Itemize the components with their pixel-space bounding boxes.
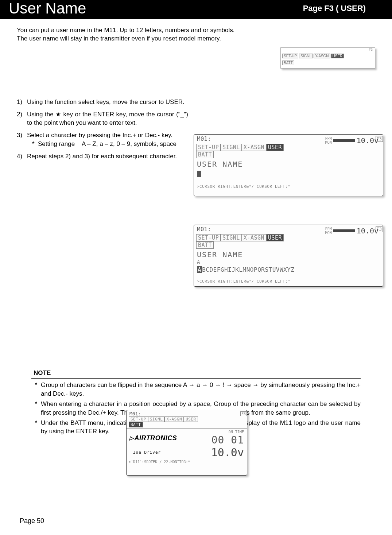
tab-batt-2: BATT (196, 241, 214, 249)
voltage-reading-1: 10.0v (357, 136, 381, 145)
tab-signl-3: SIGNL (148, 416, 165, 422)
page-title: User Name (9, 1, 86, 16)
tab-signl: SIGNL (221, 144, 242, 151)
user-name-value: Joe Driver (129, 450, 161, 455)
screenshot-1: M01: F3 PPMMON 10.0v SET-UP SIGNL X-ASGN… (194, 134, 383, 196)
corner-tab-batt: BATT (282, 61, 294, 65)
alphabet-row: BCDEFGHIJKLMNOPQRSTUVWXYZ (202, 266, 294, 273)
note-divider (31, 378, 361, 379)
tab-signl-2: SIGNL (221, 234, 242, 241)
airtronics-logo: ▷ AIRTRONICS (129, 434, 177, 442)
screenshot-2: M01: F3 PPMMON 10.0v SET-UP SIGNL X-ASGN… (194, 225, 383, 287)
user-name-label-1: USER NAME (197, 160, 380, 168)
tab-user-3: USER (184, 416, 198, 422)
step-3-num: 3) (17, 131, 27, 148)
mo1-label-3: M01: (129, 411, 141, 416)
voltage-reading-3: 10.0v (211, 446, 244, 459)
step-2-num: 2) (17, 110, 27, 128)
step-3-sub-label: Setting range (38, 140, 82, 148)
step-1-body: Using the function select keys, move the… (27, 98, 188, 106)
step-3-sub-star: * (32, 140, 38, 148)
steps-list: 1) Using the function select keys, move … (17, 98, 188, 161)
corner-tab-signl: SIGNL (299, 54, 313, 58)
page-label: Page F3 ( USER) (303, 4, 388, 13)
tab-xasgn-3: X-ASGN (164, 416, 184, 422)
timer-label: ON TIME (211, 430, 244, 434)
bullet-star: * (31, 381, 41, 398)
corner-tab-user: USER (331, 54, 344, 58)
timer-digits: 00 01 (211, 434, 244, 446)
voltage-reading-2: 10.0v (357, 226, 381, 235)
tab-setup-2: SET-UP (196, 234, 221, 241)
page-number: Page 50 (20, 517, 44, 525)
note-1: Group of characters can be flipped in th… (41, 381, 361, 398)
intro-line-1: You can put a user name in the M11. Up t… (17, 26, 279, 35)
step-4-body: Repeat steps 2) and 3) for each subseque… (27, 152, 188, 161)
step-2-body: Using the ★ key or the ENTER key, move t… (27, 110, 188, 128)
step-3: 3) Select a character by pressing the In… (17, 131, 188, 148)
screenshot-3: M01: F3 SET-UP SIGNL X-ASGN USER BATT ▷ … (126, 410, 247, 476)
intro-line-2: The user name will stay in the transmitt… (17, 35, 279, 43)
tab-batt-3: BATT (129, 422, 143, 427)
gauge-bar-2 (333, 229, 355, 232)
help-line-1: >CURSOR RIGHT:ENTER&*/ CURSOR LEFT:* (197, 184, 380, 189)
user-name-label-2: USER NAME (197, 250, 380, 259)
tab-batt: BATT (196, 151, 214, 158)
corner-tab-yasgn: Y-ASGN (314, 54, 330, 58)
mo1-label-2: M01: (197, 226, 211, 233)
step-3-sub-val: A – Z, a – z, 0 – 9, symbols, space (82, 140, 176, 148)
note-title: NOTE (31, 369, 361, 377)
step-4: 4) Repeat steps 2) and 3) for each subse… (17, 152, 188, 161)
step-4-num: 4) (17, 152, 27, 161)
airtronics-text: AIRTRONICS (135, 434, 177, 442)
step-2: 2) Using the ★ key or the ENTER key, mov… (17, 110, 188, 128)
cursor-icon (197, 171, 201, 177)
bullet-star: * (31, 419, 41, 436)
tab-user-2: USER (266, 234, 284, 241)
tab-setup-3: SET-UP (129, 416, 148, 422)
arrow-icon: ▷ (129, 435, 134, 441)
step-1-num: 1) (17, 98, 27, 106)
corner-fs-label: F3 (281, 48, 375, 51)
help-line-2: >CURSOR RIGHT:ENTER&*/ CURSOR LEFT:* (197, 279, 380, 284)
gauge-bar (333, 139, 355, 142)
corner-screenshot: F3 SET-UP SIGNL Y-ASGN USER BATT (280, 47, 375, 69)
tab-xasgn: X-ASGN (242, 144, 266, 151)
fs-badge-3: F3 (240, 411, 247, 416)
bottom-help-line: >'D11':SROTEK / 22-MONITOR:* (127, 459, 247, 465)
step-3-body: Select a character by pressing the Inc.+… (27, 132, 172, 139)
highlighted-char: A (197, 266, 202, 273)
intro-text: You can put a user name in the M11. Up t… (17, 26, 279, 43)
corner-tab-setup: SET-UP (282, 54, 298, 58)
tab-user: USER (266, 144, 284, 151)
page-header: User Name Page F3 ( USER) (0, 0, 392, 19)
step-1: 1) Using the function select keys, move … (17, 98, 188, 106)
tab-xasgn-2: X-ASGN (242, 234, 266, 241)
bullet-star: * (31, 400, 41, 417)
mo1-label: M01: (197, 135, 211, 142)
tab-setup: SET-UP (196, 144, 221, 151)
